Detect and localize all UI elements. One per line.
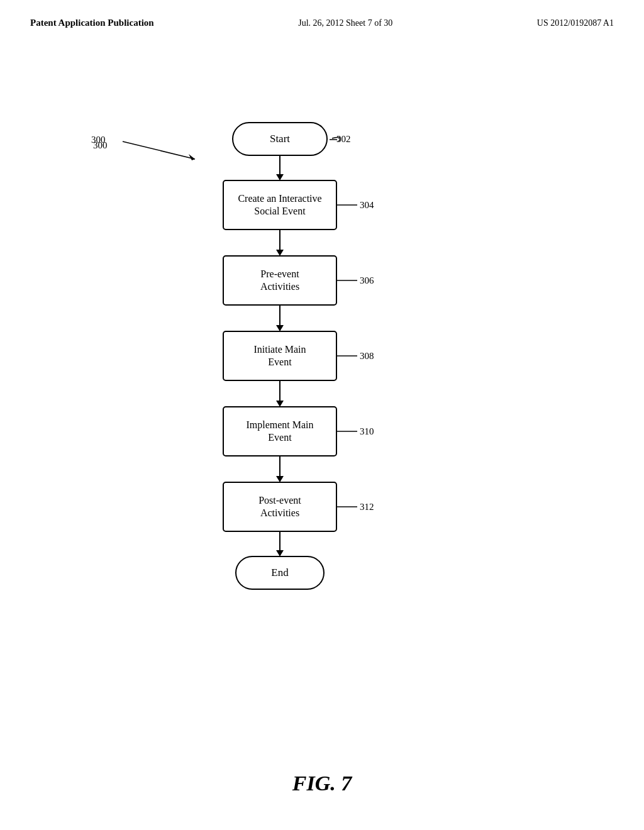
svg-marker-10	[276, 250, 284, 256]
node-312-line2: Activities	[260, 507, 299, 518]
svg-line-0	[123, 141, 195, 159]
publication-title: Patent Application Publication	[30, 18, 154, 28]
node-304-line1: Create an Interactive	[238, 193, 321, 204]
ref-312: 312	[360, 502, 374, 512]
svg-rect-19	[223, 407, 336, 456]
svg-marker-1	[189, 154, 195, 160]
label-300: 300	[93, 140, 108, 151]
svg-marker-22	[276, 476, 284, 482]
ref-308: 308	[360, 351, 374, 361]
end-label: End	[271, 567, 289, 578]
node-310-line2: Event	[268, 432, 292, 443]
svg-rect-15	[223, 331, 336, 380]
ref-306: 306	[360, 275, 374, 285]
svg-marker-18	[276, 401, 284, 407]
publication-number: US 2012/0192087 A1	[537, 18, 614, 28]
node-310-line1: Implement Main	[246, 419, 313, 431]
svg-marker-26	[276, 550, 284, 556]
ref-310: 310	[360, 426, 374, 436]
svg-rect-7	[223, 180, 336, 230]
ref-302: 302	[336, 134, 351, 144]
svg-rect-23	[223, 482, 336, 531]
start-label: Start	[270, 133, 290, 145]
ref-304: 304	[360, 200, 374, 210]
node-308-line2: Event	[268, 357, 292, 367]
page-header: Patent Application Publication Jul. 26, …	[0, 0, 644, 28]
svg-marker-14	[276, 325, 284, 331]
node-308-line1: Initiate Main	[253, 344, 306, 355]
node-304-line2: Social Event	[254, 206, 306, 216]
svg-marker-6	[276, 174, 284, 180]
publication-date-sheet: Jul. 26, 2012 Sheet 7 of 30	[298, 18, 392, 28]
node-312-line1: Post-event	[258, 495, 301, 506]
diagram-area: 300 300 Start 302 Create an Interactive …	[0, 47, 644, 676]
node-306-line2: Activities	[260, 281, 299, 292]
node-306-line1: Pre-event	[260, 268, 299, 279]
figure-label: FIG. 7	[292, 772, 352, 795]
svg-rect-11	[223, 256, 336, 305]
